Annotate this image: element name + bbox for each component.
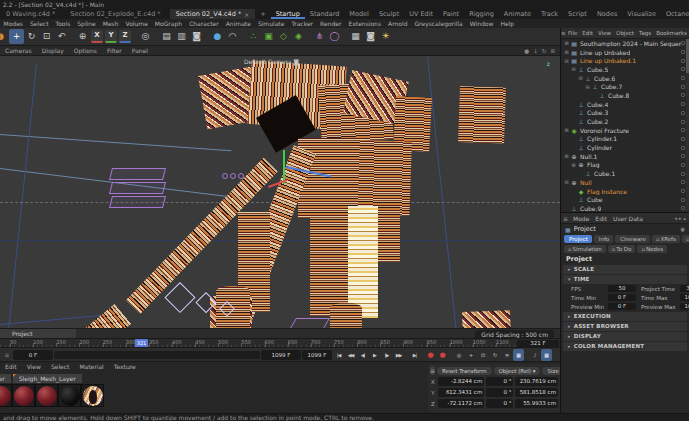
visibility-toggle[interactable] (681, 85, 685, 89)
visibility-toggle[interactable] (681, 189, 685, 193)
coordinates-menu-icon[interactable]: ≡ (430, 366, 435, 375)
toolbar-icon[interactable]: ↻ (24, 29, 39, 44)
attribute-tab[interactable]: ⌂Animation (682, 235, 689, 243)
material-menu-item[interactable]: Edit (0, 362, 22, 372)
value-field[interactable]: 1099 F (680, 303, 689, 310)
history-nav-icon[interactable]: ▸ (679, 215, 682, 221)
layout-tab[interactable]: Startup (271, 9, 305, 19)
section-color-management[interactable]: ▸COLOR MANAGEMENT (563, 342, 687, 351)
camera-label[interactable]: Default Camera ◙ (244, 58, 299, 65)
toolbar-icon[interactable]: ☀ (378, 29, 393, 44)
toolbar-icon[interactable]: ⊕ (75, 29, 90, 44)
attribute-menu-item[interactable]: Mode (570, 215, 592, 222)
section-asset-browser[interactable]: ▸ASSET BROWSER (563, 322, 687, 331)
document-tab[interactable]: Section 02_Explode_E.c4d * (64, 9, 169, 19)
toolbar-icon[interactable]: ◇ (276, 29, 291, 44)
document-tab[interactable]: 0 Waving.c4d * (0, 9, 64, 19)
visibility-toggle[interactable] (681, 67, 685, 71)
viewport-corner-icon[interactable]: ● (524, 46, 529, 55)
layout-tab[interactable]: Paint (438, 9, 464, 19)
toolbar-icon[interactable]: ∴ (246, 29, 261, 44)
current-frame-field[interactable]: 321 F (517, 340, 559, 347)
visibility-toggle[interactable] (681, 198, 685, 202)
visibility-toggle[interactable] (681, 154, 685, 158)
toolbar-icon[interactable]: ▣ (261, 29, 276, 44)
toolbar-icon[interactable]: ◙ (189, 29, 204, 44)
expander-icon[interactable]: ⊞ (570, 162, 577, 168)
transport-button[interactable]: ▶▶ (393, 349, 404, 361)
history-nav-icon[interactable]: ◂ (674, 215, 677, 221)
viewport-menu-item[interactable]: Panel (127, 46, 153, 55)
expander-icon[interactable]: ⊞ (563, 127, 570, 133)
object-tree-item[interactable]: ⊥ Cylinder.1 (561, 135, 689, 144)
transport-button[interactable]: ▶ (369, 349, 380, 361)
expander-icon[interactable]: ⊞ (563, 40, 570, 46)
timeline-ruler[interactable]: 321 321 F 501001502002503003504004505005… (0, 338, 560, 347)
transport-button[interactable]: ● (437, 349, 448, 361)
toolbar-icon[interactable]: ◯ (327, 29, 342, 44)
toolbar-icon[interactable]: ◙ (363, 29, 378, 44)
visibility-toggle[interactable] (681, 137, 685, 141)
toolbar-icon[interactable]: Y (105, 30, 117, 43)
viewport-menu-item[interactable]: Filter (102, 46, 127, 55)
layout-tab[interactable]: Nodes (592, 9, 622, 19)
transport-button[interactable]: ● (425, 349, 436, 361)
transport-button[interactable]: ◎ (453, 349, 464, 361)
material-menu-item[interactable]: Texture (109, 362, 141, 372)
object-manager-menu-item[interactable]: File (566, 30, 580, 36)
toolbar-icon[interactable]: ● (210, 29, 225, 44)
transport-button[interactable]: ↻ (489, 349, 500, 361)
new-tab-button[interactable]: + (255, 9, 270, 19)
transport-button[interactable]: + (465, 349, 476, 361)
material-menu-item[interactable]: Select (46, 362, 75, 372)
section-execution[interactable]: ▸EXECUTION (563, 312, 687, 321)
position-field[interactable]: -2.8244 cm (438, 377, 484, 386)
visibility-toggle[interactable] (681, 163, 685, 167)
layout-tab[interactable]: UV Edit (404, 9, 438, 19)
material-menu-item[interactable]: View (22, 362, 46, 372)
transport-button[interactable]: ♪ (529, 349, 540, 361)
object-tree-item[interactable]: ⊟ ⊥ Cube.7 (561, 82, 689, 91)
lock-icon[interactable]: ◉ (680, 226, 685, 232)
attribute-menu-item[interactable]: User Data (610, 215, 646, 222)
material-swatch[interactable] (35, 384, 58, 407)
toolbar-icon[interactable]: ▥ (174, 29, 189, 44)
object-manager-menu-item[interactable]: Tags (636, 30, 653, 36)
viewport-menu-item[interactable]: Display (37, 46, 69, 55)
object-tree-item[interactable]: ⊥ Cube.9 (561, 204, 689, 213)
object-tree-item[interactable]: ⊥ Cube.8 (561, 91, 689, 100)
visibility-toggle[interactable] (681, 146, 685, 150)
visibility-toggle[interactable] (681, 180, 685, 184)
expander-icon[interactable]: ⊞ (563, 153, 570, 159)
object-tree-item[interactable]: ⊟ ▤ Line up Unbaked.1 (561, 56, 689, 65)
transport-button[interactable]: ◀| (357, 349, 368, 361)
toolbar-icon[interactable]: ⊡ (39, 29, 54, 44)
object-tree-item[interactable]: ⊥ Cylinder (561, 143, 689, 152)
history-nav-icon[interactable]: ▴ (683, 215, 686, 221)
rotation-field[interactable]: 0 ° (486, 399, 513, 408)
visibility-toggle[interactable] (681, 50, 685, 54)
material-swatch[interactable] (12, 384, 35, 407)
toolbar-icon[interactable]: X (91, 30, 103, 43)
visibility-toggle[interactable] (681, 59, 685, 63)
transform-mode-dropdown[interactable]: Object (Rel) ▾ (494, 367, 541, 375)
value-field[interactable]: 0 F (608, 303, 636, 310)
hamburger-icon[interactable]: ≡ (561, 215, 570, 222)
size-field[interactable]: 230.7619 cm (515, 377, 558, 386)
object-tree-item[interactable]: ⊟ ⊥ Cube.6 (561, 74, 689, 83)
toolbar-icon[interactable]: ▦ (348, 29, 363, 44)
viewport-menu-item[interactable]: Options (69, 46, 102, 55)
layout-tab[interactable]: Script (563, 9, 592, 19)
preview-range-slider[interactable] (54, 351, 260, 359)
object-tree-item[interactable]: ⊥ Cube.3 (561, 109, 689, 118)
attribute-menu-item[interactable]: Edit (592, 215, 610, 222)
rotation-field[interactable]: 0 ° (486, 388, 513, 397)
visibility-toggle[interactable] (681, 172, 685, 176)
transport-button[interactable]: ▶| (409, 349, 420, 361)
visibility-toggle[interactable] (681, 128, 685, 132)
expander-icon[interactable]: ⊞ (563, 49, 570, 55)
toolbar-icon[interactable]: + (9, 29, 24, 44)
visibility-toggle[interactable] (681, 120, 685, 124)
toolbar-icon[interactable]: Z (119, 30, 131, 43)
layout-tab[interactable]: Animate (499, 9, 536, 19)
